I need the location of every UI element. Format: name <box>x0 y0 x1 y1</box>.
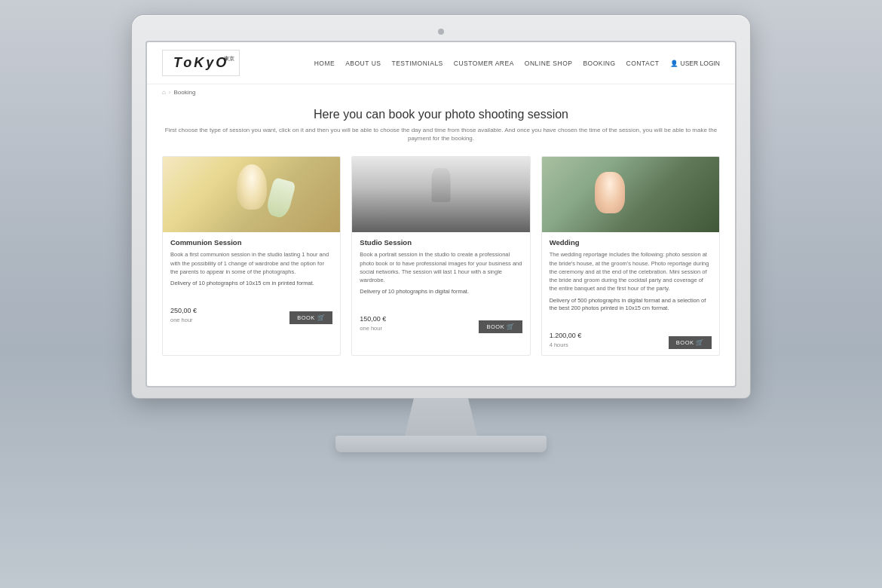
card-wedding: Wedding The wedding reportage includes t… <box>541 156 720 356</box>
card-wedding-title: Wedding <box>550 238 712 247</box>
card-communion-price: 250,00 € one hour <box>170 306 197 325</box>
user-icon: 👤 <box>670 60 678 67</box>
nav-home[interactable]: HOME <box>314 60 335 67</box>
book-communion-label: BOOK <box>297 314 315 321</box>
cart-icon-wedding: 🛒 <box>696 339 704 346</box>
cards-grid: Communion Session Book a first communion… <box>162 156 720 356</box>
monitor-stand-neck <box>396 398 486 436</box>
card-studio-image <box>352 157 529 232</box>
card-wedding-desc: The wedding reportage includes the follo… <box>550 250 712 292</box>
user-login-label: USER LOGIN <box>681 60 720 67</box>
nav-user-login[interactable]: 👤 USER LOGIN <box>670 60 720 67</box>
main-content: Here you can book your photo shooting se… <box>147 100 735 371</box>
book-studio-button[interactable]: BOOK 🛒 <box>479 320 522 333</box>
cart-icon-communion: 🛒 <box>317 314 326 321</box>
card-studio: Studio Session Book a portrait session i… <box>351 156 530 356</box>
card-wedding-amount: 1.200,00 € <box>550 331 582 341</box>
card-communion-footer: 250,00 € one hour BOOK 🛒 <box>163 302 340 331</box>
card-communion-amount: 250,00 € <box>170 306 197 317</box>
site-nav: HOME ABOUT US TESTIMONIALS CUSTOMER AREA… <box>314 60 720 67</box>
card-studio-desc: Book a portrait session in the studio to… <box>360 250 522 284</box>
card-studio-body: Studio Session Book a portrait session i… <box>352 232 529 310</box>
card-studio-delivery: Delivery of 10 photographs in digital fo… <box>360 288 522 296</box>
card-studio-amount: 150,00 € <box>360 314 386 325</box>
nav-booking[interactable]: BOOKING <box>583 60 615 67</box>
nav-shop[interactable]: ONLINE SHOP <box>525 60 573 67</box>
breadcrumb: ⌂ › Booking <box>147 84 735 100</box>
page-subtitle: First choose the type of session you wan… <box>162 126 720 142</box>
website: ToKyO 東京 HOME ABOUT US TESTIMONIALS CUST… <box>147 42 735 371</box>
card-communion-desc: Book a first communion session in the st… <box>170 250 332 276</box>
breadcrumb-separator: › <box>169 89 171 96</box>
card-communion-image <box>163 157 340 232</box>
page-title: Here you can book your photo shooting se… <box>162 108 720 121</box>
nav-testimonials[interactable]: TESTIMONIALS <box>391 60 443 67</box>
book-communion-button[interactable]: BOOK 🛒 <box>289 311 332 324</box>
logo-text: ToKyO <box>173 55 228 70</box>
nav-about[interactable]: ABOUT US <box>345 60 381 67</box>
card-studio-duration: one hour <box>360 324 386 332</box>
card-studio-title: Studio Session <box>360 238 522 247</box>
book-wedding-button[interactable]: BOOK 🛒 <box>669 336 712 349</box>
nav-customer[interactable]: CUSTOMER AREA <box>454 60 514 67</box>
card-communion: Communion Session Book a first communion… <box>162 156 341 356</box>
card-communion-title: Communion Session <box>170 238 332 247</box>
card-wedding-delivery: Delivery of 500 photographs in digital f… <box>550 297 712 313</box>
site-header: ToKyO 東京 HOME ABOUT US TESTIMONIALS CUST… <box>147 42 735 84</box>
book-studio-label: BOOK <box>486 323 504 330</box>
site-logo[interactable]: ToKyO 東京 <box>162 50 240 76</box>
card-wedding-duration: 4 hours <box>550 341 582 349</box>
card-wedding-footer: 1.200,00 € 4 hours BOOK 🛒 <box>542 326 719 356</box>
camera-dot <box>438 29 444 35</box>
breadcrumb-current: Booking <box>174 89 196 96</box>
card-communion-delivery: Delivery of 10 photographs of 10x15 cm i… <box>170 280 332 288</box>
monitor-screen: ToKyO 東京 HOME ABOUT US TESTIMONIALS CUST… <box>145 41 737 387</box>
monitor-frame: ToKyO 東京 HOME ABOUT US TESTIMONIALS CUST… <box>132 15 750 398</box>
breadcrumb-home-icon[interactable]: ⌂ <box>162 89 166 96</box>
card-wedding-body: Wedding The wedding reportage includes t… <box>542 232 719 326</box>
card-communion-body: Communion Session Book a first communion… <box>163 232 340 301</box>
cart-icon-studio: 🛒 <box>507 323 515 330</box>
card-communion-duration: one hour <box>170 316 197 324</box>
monitor-stand-base <box>335 436 547 452</box>
card-studio-footer: 150,00 € one hour BOOK 🛒 <box>352 310 529 339</box>
card-studio-price: 150,00 € one hour <box>360 314 386 333</box>
book-wedding-label: BOOK <box>676 339 694 346</box>
logo-jp: 東京 <box>224 55 234 63</box>
nav-contact[interactable]: CONTACT <box>626 60 660 67</box>
monitor: ToKyO 東京 HOME ABOUT US TESTIMONIALS CUST… <box>132 15 750 452</box>
card-wedding-image <box>542 157 719 232</box>
card-wedding-price: 1.200,00 € 4 hours <box>550 331 582 350</box>
